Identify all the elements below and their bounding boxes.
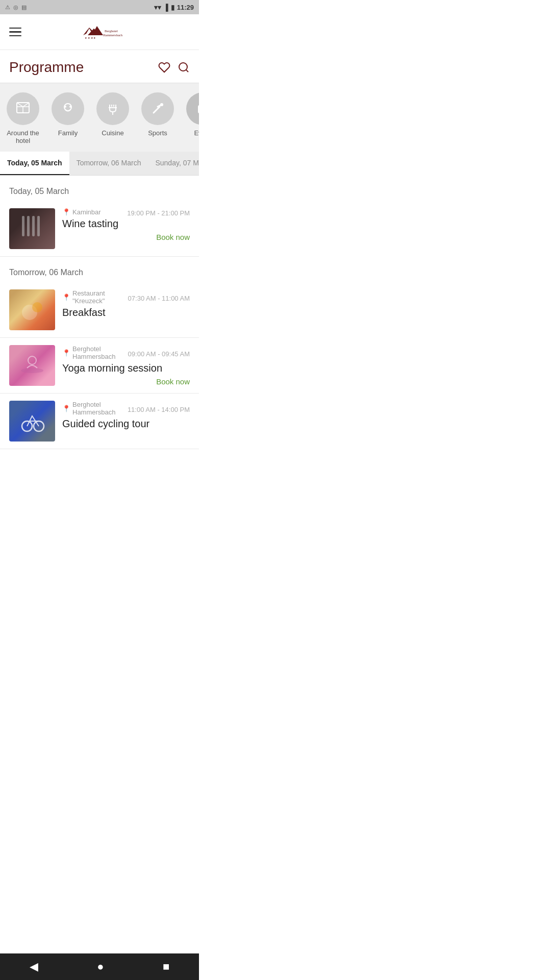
event-yoga-details: 📍 Berghotel Hammersbach 09:00 AM - 09:45… — [62, 345, 190, 386]
bottom-nav: ◀ ● ■ — [0, 953, 199, 980]
event-breakfast: 📍 Restaurant "Kreuzeck" 07:30 AM - 11:00… — [0, 282, 199, 338]
hamburger-line2 — [9, 31, 21, 33]
event-wine-tasting: 📍 Kaminbar 19:00 PM - 21:00 PM Wine tast… — [0, 201, 199, 257]
svg-rect-28 — [37, 216, 40, 236]
event-image-yoga — [9, 345, 55, 386]
nav-home-button[interactable]: ● — [85, 956, 116, 977]
category-events-label: Eve... — [194, 129, 199, 137]
category-sports-label: Sports — [148, 129, 167, 137]
signal-icon: ▐ — [164, 4, 168, 11]
svg-rect-26 — [27, 216, 30, 236]
pin-icon-wine: 📍 — [62, 208, 70, 216]
event-wine-time: 19:00 PM - 21:00 PM — [127, 209, 190, 217]
hamburger-menu[interactable] — [9, 28, 21, 37]
event-cycling-details: 📍 Berghotel Hammersbach 11:00 AM - 14:00… — [62, 401, 190, 433]
event-image-breakfast — [9, 289, 55, 330]
pin-icon-yoga: 📍 — [62, 349, 70, 357]
category-sports[interactable]: Sports — [140, 92, 176, 144]
wine-book-button[interactable]: Book now — [62, 233, 190, 241]
category-around-hotel[interactable]: Around the hotel — [5, 92, 41, 144]
date-tab-tomorrow[interactable]: Tomorrow, 06 March — [69, 152, 148, 175]
page-title-row: Programme — [0, 50, 199, 83]
event-wine-location: Kaminbar — [72, 208, 101, 216]
svg-point-20 — [160, 103, 163, 106]
section-tomorrow-title: Tomorrow, 06 March — [0, 257, 199, 282]
event-breakfast-location: Restaurant "Kreuzeck" — [72, 289, 128, 305]
event-wine-details: 📍 Kaminbar 19:00 PM - 21:00 PM Wine tast… — [62, 208, 190, 241]
event-yoga-time: 09:00 AM - 09:45 AM — [128, 350, 190, 358]
svg-point-30 — [32, 302, 42, 312]
svg-rect-27 — [32, 216, 35, 236]
category-around-label: Around the hotel — [5, 129, 41, 144]
category-family-label: Family — [58, 129, 78, 137]
event-breakfast-title: Breakfast — [62, 307, 190, 318]
category-family[interactable]: Family — [50, 92, 86, 144]
sync-icon: ◎ — [13, 4, 18, 11]
battery-icon: ▮ — [171, 4, 174, 11]
sim-icon: ▤ — [21, 4, 27, 11]
pin-icon-breakfast: 📍 — [62, 293, 70, 301]
category-events[interactable]: Eve... — [185, 92, 199, 144]
logo-svg: ★★★★ Berghotel Hammersbach — [65, 19, 126, 45]
event-cycling: 📍 Berghotel Hammersbach 11:00 AM - 14:00… — [0, 394, 199, 449]
svg-point-6 — [179, 63, 187, 71]
category-cuisine[interactable]: Cuisine — [95, 92, 131, 144]
svg-text:Berghotel: Berghotel — [105, 29, 118, 33]
svg-rect-25 — [22, 216, 24, 236]
category-filter: Around the hotel Family Cuisine — [0, 83, 199, 152]
date-tab-sunday[interactable]: Sunday, 07 March — [148, 152, 199, 175]
favorite-button[interactable] — [158, 61, 170, 74]
event-yoga: 📍 Berghotel Hammersbach 09:00 AM - 09:45… — [0, 338, 199, 394]
svg-point-13 — [69, 106, 71, 108]
svg-point-32 — [28, 356, 36, 364]
svg-point-31 — [21, 368, 43, 373]
event-cycling-time: 11:00 AM - 14:00 PM — [128, 406, 190, 413]
event-wine-title: Wine tasting — [62, 218, 190, 230]
svg-rect-21 — [198, 106, 199, 113]
event-image-cycling — [9, 401, 55, 442]
status-left-icons: ⚠ ◎ ▤ — [5, 4, 27, 11]
event-cycling-title: Guided cycling tour — [62, 418, 190, 430]
wifi-icon: ▾▾ — [154, 4, 161, 11]
status-time: 11:29 — [177, 4, 194, 11]
event-image-wine — [9, 208, 55, 249]
app-header: ★★★★ Berghotel Hammersbach — [0, 14, 199, 50]
nav-recent-button[interactable]: ■ — [151, 956, 182, 977]
category-cuisine-label: Cuisine — [102, 129, 123, 137]
search-button[interactable] — [178, 61, 190, 74]
event-breakfast-details: 📍 Restaurant "Kreuzeck" 07:30 AM - 11:00… — [62, 289, 190, 322]
pin-icon-cycling: 📍 — [62, 405, 70, 412]
hotel-logo: ★★★★ Berghotel Hammersbach — [65, 19, 126, 45]
events-list: Today, 05 March 📍 Kaminbar 19:00 PM - 21… — [0, 176, 199, 480]
hamburger-line1 — [9, 28, 21, 29]
nav-back-button[interactable]: ◀ — [17, 956, 51, 977]
hamburger-line3 — [9, 35, 21, 37]
status-bar: ⚠ ◎ ▤ ▾▾ ▐ ▮ 11:29 — [0, 0, 199, 14]
event-yoga-location: Berghotel Hammersbach — [72, 345, 128, 360]
warning-icon: ⚠ — [5, 4, 10, 11]
event-breakfast-time: 07:30 AM - 11:00 AM — [128, 295, 190, 302]
yoga-book-button[interactable]: Book now — [62, 377, 190, 386]
page-title: Programme — [9, 59, 84, 76]
event-yoga-title: Yoga morning session — [62, 362, 190, 374]
section-today-title: Today, 05 March — [0, 176, 199, 201]
event-cycling-location: Berghotel Hammersbach — [72, 401, 128, 416]
date-tab-today[interactable]: Today, 05 March — [0, 152, 69, 175]
date-tabs: Today, 05 March Tomorrow, 06 March Sunda… — [0, 152, 199, 176]
svg-line-7 — [186, 70, 188, 72]
svg-line-18 — [154, 107, 160, 113]
title-actions — [158, 61, 190, 74]
svg-text:★★★★: ★★★★ — [85, 37, 96, 39]
svg-point-12 — [64, 106, 66, 108]
svg-text:Hammersbach: Hammersbach — [103, 33, 123, 37]
status-right-icons: ▾▾ ▐ ▮ 11:29 — [154, 4, 194, 11]
